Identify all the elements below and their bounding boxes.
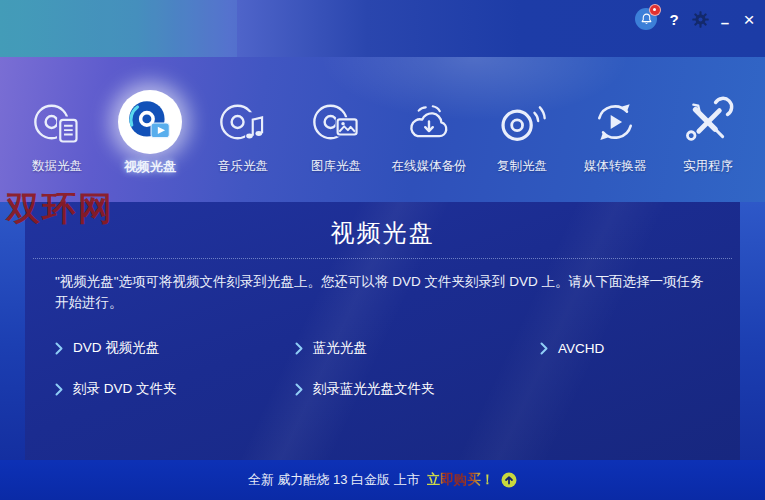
main-panel: 视频光盘 "视频光盘"选项可将视频文件刻录到光盘上。您还可以将 DVD 文件夹刻… [25, 202, 740, 460]
gallery-disc-icon [310, 96, 362, 148]
app-tabs: 数据光盘 视频光盘 [0, 57, 765, 176]
tab-label: 实用程序 [683, 158, 733, 175]
tab-label: 视频光盘 [124, 158, 176, 176]
task-avchd[interactable]: AVCHD [540, 339, 715, 357]
titlebar: ? – × [0, 0, 765, 57]
cloud-backup-icon [403, 96, 455, 148]
task-label: AVCHD [558, 341, 604, 356]
panel-description: "视频光盘"选项可将视频文件刻录到光盘上。您还可以将 DVD 文件夹刻录到 DV… [25, 259, 740, 313]
titlebar-controls: ? – × [635, 4, 757, 34]
notification-badge [649, 4, 661, 16]
tab-music-disc[interactable]: 音乐光盘 [197, 90, 290, 176]
promo-text: 全新 威力酷烧 13 白金版 上市 [248, 471, 420, 489]
task-label: 蓝光光盘 [313, 339, 367, 357]
video-disc-icon [125, 97, 175, 147]
content-area: 视频光盘 "视频光盘"选项可将视频文件刻录到光盘上。您还可以将 DVD 文件夹刻… [0, 202, 765, 460]
arrow-up-circle-icon[interactable] [501, 472, 517, 488]
tab-video-disc[interactable]: 视频光盘 [104, 90, 197, 176]
tab-label: 复制光盘 [497, 158, 547, 175]
data-disc-icon [31, 96, 83, 148]
footer-bar: 全新 威力酷烧 13 白金版 上市 立即购买！ [0, 460, 765, 500]
buy-now-link[interactable]: 立即购买！ [427, 471, 495, 489]
chevron-right-icon [295, 383, 304, 396]
task-blu-ray-disc[interactable]: 蓝光光盘 [295, 339, 540, 357]
gear-icon [692, 11, 709, 28]
tab-gallery-disc[interactable]: 图库光盘 [290, 90, 383, 176]
task-label: 刻录 DVD 文件夹 [73, 380, 177, 398]
utilities-icon [682, 96, 734, 148]
app-window: ? – × [0, 0, 765, 500]
tab-data-disc[interactable]: 数据光盘 [11, 90, 104, 176]
task-burn-dvd-folder[interactable]: 刻录 DVD 文件夹 [55, 380, 295, 398]
tab-label: 数据光盘 [32, 158, 82, 175]
chevron-right-icon [55, 342, 64, 355]
tab-label: 媒体转换器 [584, 158, 647, 175]
minimize-button[interactable]: – [718, 15, 732, 30]
page-title: 视频光盘 [25, 217, 740, 249]
tab-label: 在线媒体备份 [392, 158, 467, 175]
tab-utilities[interactable]: 实用程序 [662, 90, 755, 176]
close-button[interactable]: × [741, 10, 757, 29]
task-label: DVD 视频光盘 [73, 339, 159, 357]
settings-button[interactable] [691, 11, 709, 28]
tab-copy-disc[interactable]: 复制光盘 [476, 90, 569, 176]
copy-disc-icon [496, 96, 548, 148]
notifications-button[interactable] [635, 8, 657, 30]
app-tab-band: 数据光盘 视频光盘 [0, 57, 765, 202]
task-burn-blu-ray-folder[interactable]: 刻录蓝光光盘文件夹 [295, 380, 540, 398]
tab-online-media-backup[interactable]: 在线媒体备份 [383, 90, 476, 176]
task-label: 刻录蓝光光盘文件夹 [313, 380, 435, 398]
tab-media-converter[interactable]: 媒体转换器 [569, 90, 662, 176]
tab-label: 图库光盘 [311, 158, 361, 175]
titlebar-accent [0, 0, 237, 57]
chevron-right-icon [540, 342, 549, 355]
selected-tab-halo [118, 90, 182, 154]
chevron-right-icon [55, 383, 64, 396]
tab-label: 音乐光盘 [218, 158, 268, 175]
help-button[interactable]: ? [666, 12, 682, 27]
task-list: DVD 视频光盘 蓝光光盘 AVCHD [55, 339, 715, 398]
chevron-right-icon [295, 342, 304, 355]
media-converter-icon [589, 96, 641, 148]
task-dvd-video-disc[interactable]: DVD 视频光盘 [55, 339, 295, 357]
music-disc-icon [217, 96, 269, 148]
